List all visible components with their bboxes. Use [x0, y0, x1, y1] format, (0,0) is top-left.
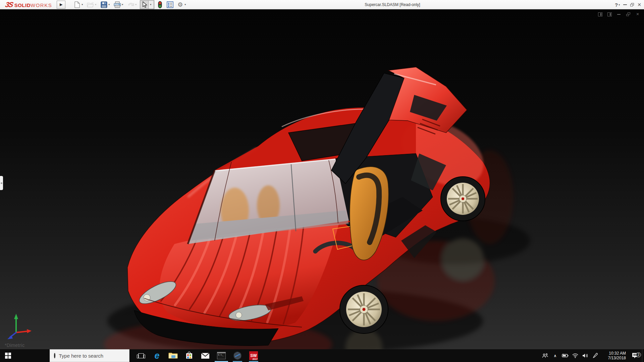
microphone-icon[interactable] — [125, 353, 126, 359]
taskbar-search-box[interactable] — [50, 349, 129, 362]
chevron-up-icon: ∧ — [554, 354, 556, 358]
edge-icon: e — [154, 351, 159, 360]
close-icon: ✕ — [636, 12, 639, 16]
graphics-viewport[interactable]: ✕ *Dimetric — [0, 9, 644, 349]
toolbar: ▾ ▾ ▾ ▾ — [73, 0, 189, 9]
battery-icon — [562, 354, 569, 358]
show-desktop-button[interactable] — [642, 349, 644, 362]
window-title: Supercar.SLDASM [Read-only] — [349, 0, 436, 9]
search-input[interactable] — [59, 353, 125, 359]
volume-button[interactable] — [580, 353, 590, 358]
store-button[interactable] — [181, 349, 197, 362]
document-window-controls: ✕ — [598, 12, 640, 16]
chevron-down-icon[interactable]: ▾ — [184, 3, 187, 6]
panel-tab-grip — [1, 182, 2, 184]
edrawings-icon — [233, 351, 242, 360]
x-axis-arrow — [27, 329, 32, 333]
start-button[interactable] — [0, 349, 16, 362]
chevron-down-icon[interactable]: ▾ — [108, 3, 111, 6]
store-icon — [185, 352, 193, 360]
edrawings-button[interactable] — [229, 349, 246, 362]
cortana-icon — [54, 353, 55, 358]
people-icon — [542, 353, 548, 358]
edge-button[interactable]: e — [149, 349, 165, 362]
clock-time: 10:32 AM — [602, 351, 626, 356]
task-view-button[interactable] — [133, 349, 149, 362]
pane-icon — [598, 12, 602, 16]
app-window: 3S SOLID WORKS ▶ ▾ ▾ — [0, 0, 644, 362]
view-orientation-label: *Dimetric — [5, 343, 24, 348]
system-tray: ∧ 10:32 AM — [540, 349, 644, 362]
command-prompt-button[interactable]: C:\_ — [213, 349, 229, 362]
chevron-down-icon[interactable]: ▾ — [122, 3, 124, 6]
select-tool-dropdown[interactable]: ▾ — [148, 1, 153, 9]
menu-flyout-button[interactable]: ▶ — [57, 1, 65, 9]
task-view-icon — [138, 353, 144, 358]
windows-logo-icon — [5, 353, 11, 359]
restore-icon — [630, 3, 634, 6]
logo-text-solid: SOLID — [14, 2, 31, 8]
print-button[interactable]: ▾ — [113, 0, 125, 9]
options-button[interactable]: ⚙ ▾ — [176, 0, 188, 9]
wifi-icon — [572, 353, 578, 358]
save-button[interactable]: ▾ — [100, 0, 112, 9]
flyout-arrow-icon: ▶ — [60, 2, 62, 7]
rebuild-button[interactable] — [156, 0, 164, 9]
pen-icon — [593, 353, 598, 358]
undo-arrow-icon — [127, 1, 135, 8]
rear-wheel — [441, 177, 485, 221]
title-bar: 3S SOLID WORKS ▶ ▾ ▾ — [0, 0, 644, 9]
close-icon: ✕ — [637, 2, 641, 7]
volume-icon — [582, 353, 588, 358]
open-button[interactable]: ▾ — [86, 0, 98, 9]
doc-restore-button[interactable] — [626, 12, 631, 16]
chevron-down-icon: ▾ — [95, 3, 98, 6]
close-button[interactable]: ✕ — [637, 2, 641, 7]
traffic-light-icon — [156, 1, 164, 8]
new-document-button[interactable]: ▾ — [73, 0, 85, 9]
chevron-down-icon: ▾ — [135, 3, 138, 6]
properties-list-icon — [166, 1, 174, 8]
mail-button[interactable] — [197, 349, 213, 362]
solidworks-2017-icon: SW 2017 — [249, 351, 258, 360]
battery-button[interactable] — [560, 354, 570, 358]
file-properties-button[interactable] — [166, 0, 174, 9]
notification-badge: 2 — [636, 352, 641, 357]
doc-minimize-button[interactable] — [616, 12, 621, 16]
windows-ink-button[interactable] — [590, 353, 600, 358]
tray-overflow-button[interactable]: ∧ — [550, 354, 560, 358]
solidworks-logo: 3S SOLID WORKS — [0, 1, 52, 9]
clock-date: 7/13/2018 — [602, 356, 626, 360]
people-button[interactable] — [540, 353, 550, 358]
restore-icon — [626, 12, 630, 16]
wifi-button[interactable] — [570, 353, 580, 358]
action-center-button[interactable]: 2 — [629, 353, 642, 359]
cursor-arrow-icon — [141, 1, 148, 8]
dassault-3s-logo-mark: 3S — [4, 1, 13, 9]
doc-close-button[interactable]: ✕ — [635, 12, 640, 16]
command-prompt-icon: C:\_ — [217, 352, 226, 359]
open-folder-icon — [87, 1, 94, 8]
car-3d-render — [0, 9, 644, 349]
minimize-icon — [617, 14, 621, 15]
taskbar-clock[interactable]: 10:32 AM 7/13/2018 — [602, 351, 626, 360]
save-floppy-icon — [100, 1, 108, 8]
help-button[interactable]: ? ▾ — [615, 2, 620, 8]
pane-icon — [607, 12, 612, 16]
display-pane-left-button[interactable] — [598, 12, 602, 16]
display-pane-right-button[interactable] — [607, 12, 612, 16]
solidworks-2017-button[interactable]: SW 2017 — [246, 349, 262, 362]
undo-button[interactable]: ▾ — [126, 0, 139, 9]
restore-button[interactable] — [630, 3, 634, 6]
minimize-icon — [623, 4, 627, 5]
collapsed-panel-tab[interactable] — [0, 176, 3, 190]
minimize-button[interactable] — [623, 4, 627, 5]
file-explorer-button[interactable] — [165, 349, 181, 362]
taskbar-apps: e C:\_ — [133, 349, 262, 362]
select-tool-button[interactable]: ▾ — [140, 0, 154, 9]
gear-icon: ⚙ — [177, 1, 183, 8]
y-axis-arrow — [14, 314, 18, 319]
chevron-down-icon[interactable]: ▾ — [82, 3, 84, 6]
help-icon: ? — [615, 2, 618, 8]
front-wheel — [340, 285, 388, 334]
